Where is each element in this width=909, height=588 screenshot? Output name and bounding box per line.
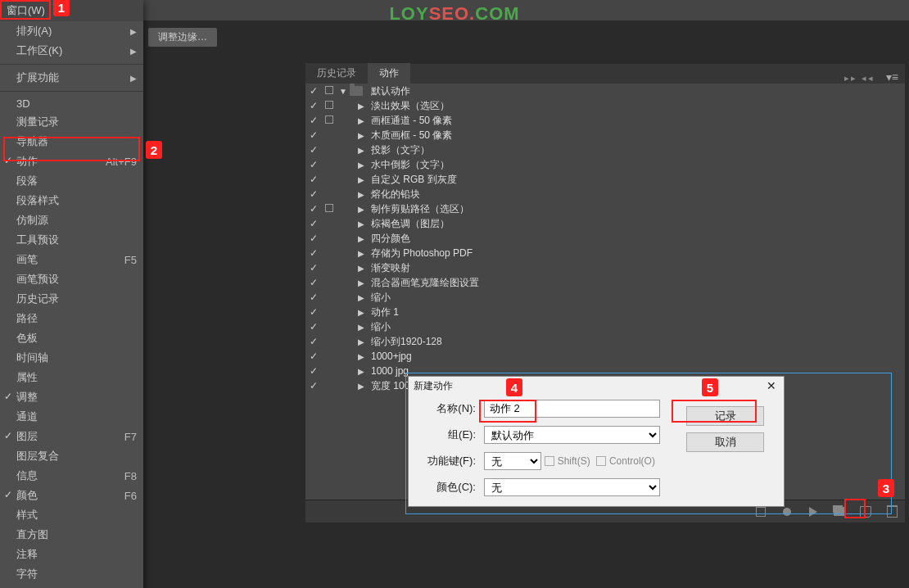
modal-toggle-icon[interactable] — [322, 203, 337, 215]
action-item[interactable]: ✓▶画框通道 - 50 像素 — [305, 113, 905, 128]
action-item[interactable]: ✓▶缩小到1920-128 — [305, 334, 905, 349]
label-key: 功能键(F): — [418, 454, 484, 468]
close-icon[interactable]: ✕ — [764, 378, 779, 393]
shift-label: Shift(S) — [558, 455, 590, 467]
menu-para-styles[interactable]: 段落样式 — [0, 191, 143, 210]
control-checkbox[interactable] — [596, 456, 606, 466]
disclosure-right-icon[interactable]: ▶ — [355, 264, 368, 273]
panel-menu-icon[interactable]: ▾≡ — [880, 70, 905, 84]
disclosure-right-icon[interactable]: ▶ — [355, 131, 368, 140]
trash-icon[interactable] — [884, 504, 900, 520]
menu-layers[interactable]: ✓图层F7 — [0, 427, 143, 446]
menu-clone-source[interactable]: 仿制源 — [0, 210, 143, 230]
adjust-edge-button[interactable]: 调整边缘… — [147, 27, 218, 47]
color-select[interactable]: ☒ 无 — [484, 478, 660, 496]
disclosure-right-icon[interactable]: ▶ — [355, 102, 368, 111]
action-item[interactable]: ✓▶淡出效果（选区） — [305, 98, 905, 113]
action-item[interactable]: ✓▶熔化的铅块 — [305, 187, 905, 201]
disclosure-down-icon[interactable]: ▼ — [337, 87, 350, 96]
menu-brush-presets[interactable]: 画笔预设 — [0, 269, 143, 289]
menu-measure[interactable]: 测量记录 — [0, 112, 143, 132]
disclosure-right-icon[interactable]: ▶ — [355, 278, 368, 287]
menu-character[interactable]: 字符 — [0, 564, 143, 584]
disclosure-right-icon[interactable]: ▶ — [355, 337, 368, 346]
new-folder-icon[interactable] — [831, 504, 848, 520]
disclosure-right-icon[interactable]: ▶ — [355, 352, 368, 361]
disclosure-right-icon[interactable]: ▶ — [355, 323, 368, 332]
check-icon: ✓ — [305, 188, 322, 200]
label-color: 颜色(C): — [418, 480, 484, 495]
new-action-icon[interactable] — [857, 504, 874, 520]
action-item[interactable]: ✓▶木质画框 - 50 像素 — [305, 128, 905, 142]
disclosure-right-icon[interactable]: ▶ — [355, 146, 368, 155]
action-item[interactable]: ✓▶水中倒影（文字） — [305, 157, 905, 172]
action-item[interactable]: ✓▶动作 1 — [305, 305, 905, 319]
action-item[interactable]: ✓▶1000+jpg — [305, 349, 905, 364]
disclosure-right-icon[interactable]: ▶ — [355, 234, 368, 243]
menu-extensions[interactable]: 扩展功能▶ — [0, 68, 143, 88]
menu-navigator[interactable]: 导航器 — [0, 132, 143, 152]
action-item[interactable]: ✓▶自定义 RGB 到灰度 — [305, 172, 905, 187]
action-item[interactable]: ✓▶存储为 Photoshop PDF — [305, 246, 905, 260]
menu-tool-presets[interactable]: 工具预设 — [0, 230, 143, 250]
menu-info[interactable]: 信息F8 — [0, 466, 143, 486]
panel-pager-icon[interactable]: ▸▸ ◂◂ — [839, 73, 880, 84]
badge-2: 2 — [146, 141, 162, 159]
action-item[interactable]: ✓▶缩小 — [305, 290, 905, 305]
menu-path[interactable]: 路径 — [0, 309, 143, 328]
disclosure-right-icon[interactable]: ▶ — [355, 116, 368, 125]
menu-3d[interactable]: 3D — [0, 95, 143, 112]
menu-channels[interactable]: 通道 — [0, 407, 143, 427]
modal-toggle-icon[interactable] — [322, 100, 337, 111]
action-item[interactable]: ✓▶制作剪贴路径（选区） — [305, 201, 905, 216]
action-item-label: 四分颜色 — [368, 232, 410, 246]
disclosure-right-icon[interactable]: ▶ — [355, 161, 368, 170]
action-item[interactable]: ✓▶缩小 — [305, 319, 905, 334]
action-item[interactable]: ✓▶棕褐色调（图层） — [305, 216, 905, 231]
action-item[interactable]: ✓▶渐变映射 — [305, 260, 905, 275]
tab-actions[interactable]: 动作 — [368, 63, 410, 84]
action-item-label: 熔化的铅块 — [368, 188, 420, 201]
dialog-titlebar[interactable]: 新建动作 ✕ — [409, 377, 784, 395]
menu-workspace[interactable]: 工作区(K)▶ — [0, 41, 143, 61]
menu-brush[interactable]: 画笔F5 — [0, 250, 143, 269]
disclosure-right-icon[interactable]: ▶ — [355, 205, 368, 214]
menu-properties[interactable]: 属性 — [0, 368, 143, 387]
menu-history[interactable]: 历史记录 — [0, 289, 143, 309]
group-select[interactable]: 默认动作 — [484, 426, 660, 444]
menu-timeline[interactable]: 时间轴 — [0, 348, 143, 368]
menu-arrange[interactable]: 排列(A)▶ — [0, 21, 143, 41]
menu-layer-comps[interactable]: 图层复合 — [0, 446, 143, 466]
disclosure-right-icon[interactable]: ▶ — [355, 308, 368, 317]
menu-actions[interactable]: ✓动作Alt+F9 — [0, 152, 143, 171]
menu-styles[interactable]: 样式 — [0, 505, 143, 525]
disclosure-right-icon[interactable]: ▶ — [355, 293, 368, 302]
disclosure-right-icon[interactable]: ▶ — [355, 219, 368, 228]
cancel-button[interactable]: 取消 — [686, 432, 764, 452]
menu-color[interactable]: ✓颜色F6 — [0, 486, 143, 505]
menu-adjustments[interactable]: ✓调整 — [0, 387, 143, 407]
modal-toggle-icon[interactable] — [322, 115, 337, 126]
name-input[interactable] — [484, 400, 660, 418]
disclosure-right-icon[interactable]: ▶ — [355, 190, 368, 199]
action-item[interactable]: ✓▶投影（文字） — [305, 142, 905, 157]
disclosure-right-icon[interactable]: ▶ — [355, 382, 368, 391]
action-item[interactable]: ✓▶混合器画笔克隆绘图设置 — [305, 275, 905, 290]
disclosure-right-icon[interactable]: ▶ — [355, 367, 368, 376]
menu-paragraph[interactable]: 段落 — [0, 171, 143, 191]
menu-swatches[interactable]: 色板 — [0, 328, 143, 348]
function-key-select[interactable]: 无 — [484, 452, 541, 470]
modal-toggle-icon[interactable] — [322, 85, 337, 97]
menu-histogram[interactable]: 直方图 — [0, 525, 143, 545]
play-icon[interactable] — [805, 504, 821, 520]
record-button[interactable]: 记录 — [686, 406, 764, 426]
menu-title[interactable]: 窗口(W) — [0, 0, 143, 21]
action-item[interactable]: ✓▶四分颜色 — [305, 231, 905, 246]
menu-notes[interactable]: 注释 — [0, 545, 143, 564]
tab-history[interactable]: 历史记录 — [305, 63, 368, 84]
menu-char-styles[interactable]: 字符样式 — [0, 584, 143, 588]
disclosure-right-icon[interactable]: ▶ — [355, 249, 368, 258]
shift-checkbox[interactable] — [545, 456, 554, 466]
disclosure-right-icon[interactable]: ▶ — [355, 175, 368, 184]
action-root-row[interactable]: ✓ ▼ 默认动作 — [305, 84, 905, 98]
